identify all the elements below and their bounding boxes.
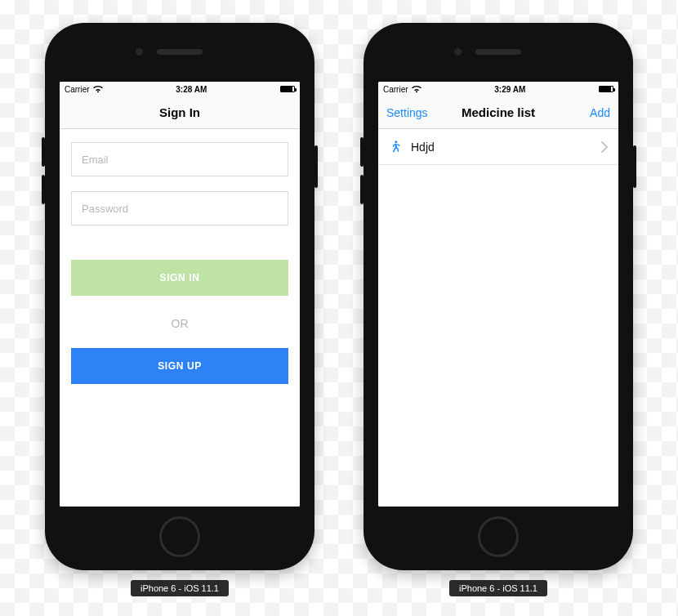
- power-button: [314, 145, 318, 188]
- clock-label: 3:28 AM: [176, 85, 207, 94]
- clock-label: 3:29 AM: [494, 85, 525, 94]
- battery-icon: [280, 86, 295, 92]
- medicine-list: Hdjd: [378, 129, 618, 507]
- carrier-label: Carrier: [383, 85, 408, 94]
- status-bar: Carrier 3:28 AM: [60, 82, 300, 96]
- wifi-icon: [412, 86, 422, 93]
- svg-point-0: [395, 141, 397, 143]
- walking-icon: [388, 140, 403, 154]
- screen: Carrier 3:29 AM Settings Medicine list A…: [378, 82, 618, 507]
- volume-up-button: [360, 137, 364, 167]
- battery-icon: [599, 86, 613, 92]
- list-item-label: Hdjd: [411, 141, 600, 154]
- wifi-icon: [93, 86, 103, 93]
- speaker-slot: [475, 49, 521, 55]
- phone-frame: Carrier 3:29 AM Settings Medicine list A…: [364, 23, 633, 570]
- device-label: iPhone 6 - iOS 11.1: [131, 580, 229, 596]
- phone-frame: Carrier 3:28 AM Sign In SIGN IN OR: [45, 23, 314, 570]
- page-title: Sign In: [159, 105, 200, 119]
- power-button: [633, 145, 636, 188]
- email-field[interactable]: [71, 142, 288, 176]
- chevron-right-icon: [600, 141, 609, 153]
- speaker-slot: [157, 49, 203, 55]
- signin-form: SIGN IN OR SIGN UP: [60, 129, 300, 507]
- status-right: [280, 86, 295, 92]
- carrier-label: Carrier: [65, 85, 90, 94]
- settings-button[interactable]: Settings: [378, 96, 436, 128]
- front-camera: [454, 48, 462, 56]
- or-separator: OR: [71, 317, 288, 330]
- signup-button[interactable]: SIGN UP: [71, 348, 288, 384]
- volume-down-button: [360, 175, 364, 204]
- screen: Carrier 3:28 AM Sign In SIGN IN OR: [60, 82, 300, 507]
- status-left: Carrier: [383, 85, 422, 94]
- page-title: Medicine list: [462, 105, 535, 119]
- home-button[interactable]: [159, 516, 200, 557]
- device-label: iPhone 6 - iOS 11.1: [449, 580, 547, 596]
- nav-bar: Sign In: [60, 96, 300, 129]
- list-item[interactable]: Hdjd: [378, 129, 618, 165]
- password-field[interactable]: [71, 191, 288, 225]
- status-right: [599, 86, 613, 92]
- home-button[interactable]: [478, 516, 519, 557]
- signin-button[interactable]: SIGN IN: [71, 260, 288, 296]
- add-button[interactable]: Add: [582, 96, 618, 128]
- volume-down-button: [42, 175, 45, 204]
- device-left: Carrier 3:28 AM Sign In SIGN IN OR: [45, 23, 314, 596]
- front-camera: [136, 48, 143, 56]
- device-right: Carrier 3:29 AM Settings Medicine list A…: [364, 23, 633, 596]
- volume-up-button: [42, 137, 45, 167]
- nav-bar: Settings Medicine list Add: [378, 96, 618, 129]
- status-left: Carrier: [65, 85, 103, 94]
- status-bar: Carrier 3:29 AM: [378, 82, 618, 96]
- stage: Carrier 3:28 AM Sign In SIGN IN OR: [0, 0, 678, 596]
